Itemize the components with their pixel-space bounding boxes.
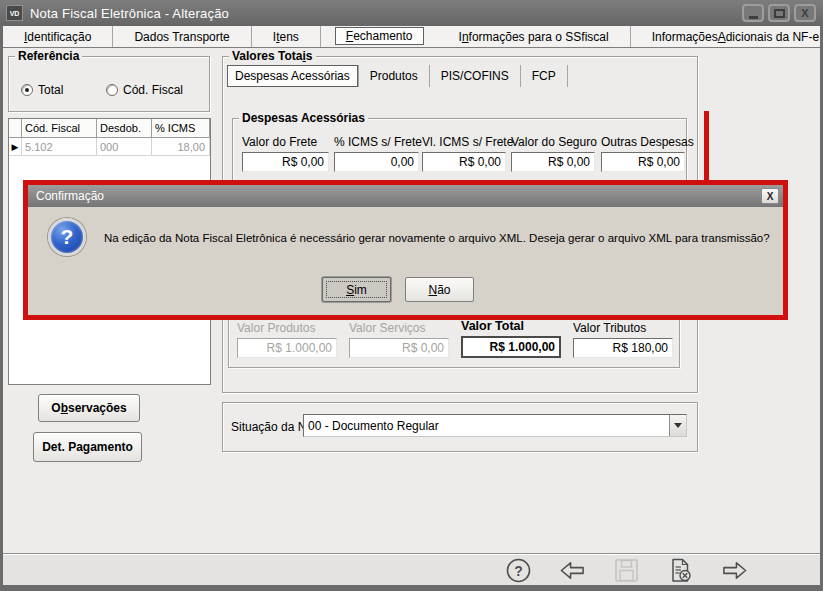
dialog-title: Confirmação xyxy=(36,189,104,203)
sim-button[interactable]: Sim xyxy=(322,277,391,302)
field-vl-icms-frete-label: Vl. ICMS s/ Frete xyxy=(422,135,506,149)
valores-subtabs: Despesas Acessórias Produtos PIS/COFINS … xyxy=(227,64,568,88)
field-valor-seguro-input[interactable]: R$ 0,00 xyxy=(511,152,595,172)
row-indicator-icon: ▶ xyxy=(9,138,22,156)
field-pct-icms-frete-label: % ICMS s/ Frete xyxy=(334,135,419,149)
field-valor-frete: Valor do Frete R$ 0,00 xyxy=(242,135,329,172)
save-icon xyxy=(613,557,640,584)
field-outras-despesas-input[interactable]: R$ 0,00 xyxy=(601,152,685,172)
field-valor-tributos: Valor Tributos R$ 180,00 xyxy=(573,321,673,358)
subtab-despesas-acessorias[interactable]: Despesas Acessórias xyxy=(227,65,358,87)
subtab-produtos[interactable]: Produtos xyxy=(359,69,429,83)
radio-total[interactable]: Total xyxy=(21,83,63,97)
field-valor-tributos-label: Valor Tributos xyxy=(573,321,673,335)
cancel-document-icon xyxy=(667,557,694,584)
observacoes-button[interactable]: Observações xyxy=(38,394,140,422)
tab-informacoes-adicionais[interactable]: Informações Adicionais da NF-e xyxy=(631,26,823,47)
annotation-red-line xyxy=(704,111,709,185)
field-valor-total-input: R$ 1.000,00 xyxy=(461,336,561,358)
cell-desdob: 000 xyxy=(97,138,152,156)
confirmation-dialog: Confirmação X ? Na edição da Nota Fiscal… xyxy=(23,180,788,320)
groupbox-referencia-title: Referência xyxy=(15,49,82,63)
field-valor-frete-label: Valor do Frete xyxy=(242,135,329,149)
close-button[interactable]: X xyxy=(794,4,816,22)
bottom-toolbar: ? xyxy=(3,553,820,585)
cell-icms: 18,00 xyxy=(152,138,210,156)
dialog-message: Na edição da Nota Fiscal Eletrônica é ne… xyxy=(104,232,770,244)
close-icon: X xyxy=(801,7,808,19)
previous-icon xyxy=(559,557,586,584)
grid-header-icms: % ICMS xyxy=(152,119,210,138)
field-valor-total-label: Valor Total xyxy=(461,319,561,333)
field-valor-frete-input[interactable]: R$ 0,00 xyxy=(242,152,329,172)
table-row[interactable]: ▶ 5.102 000 18,00 xyxy=(9,138,210,156)
subtab-separator xyxy=(567,65,568,87)
app-logo-icon: VD xyxy=(6,5,23,21)
next-button[interactable] xyxy=(721,557,748,584)
field-valor-produtos-input: R$ 1.000,00 xyxy=(237,338,337,358)
app-window: VD Nota Fiscal Eletrônica - Alteração X … xyxy=(0,0,823,591)
tab-informacoes-ssfiscal[interactable]: Informações para o SSfiscal xyxy=(438,26,631,47)
radio-cod-fiscal-icon xyxy=(106,84,118,96)
subtab-fcp[interactable]: FCP xyxy=(521,69,567,83)
minimize-icon xyxy=(749,16,758,19)
groupbox-despesas-title: Despesas Acessórias xyxy=(239,111,368,125)
field-valor-produtos-label: Valor Produtos xyxy=(237,321,337,335)
situacao-combobox-button[interactable] xyxy=(669,415,686,436)
radio-total-icon xyxy=(21,84,33,96)
help-icon: ? xyxy=(505,557,532,584)
radio-total-label: Total xyxy=(38,83,63,97)
minimize-button[interactable] xyxy=(742,4,764,22)
main-tabbar: Identificação Dados Transporte Itens Fec… xyxy=(3,26,820,48)
situacao-combobox[interactable]: 00 - Documento Regular xyxy=(303,414,687,437)
tab-fechamento[interactable]: Fechamento xyxy=(335,27,424,45)
grid-header-row: Cód. Fiscal Desdob. % ICMS xyxy=(9,119,210,138)
tab-identificacao[interactable]: Identificação xyxy=(3,26,113,47)
radio-cod-fiscal-label: Cód. Fiscal xyxy=(123,83,183,97)
groupbox-situacao: Situação da NF: 00 - Documento Regular xyxy=(222,402,698,452)
help-button[interactable]: ? xyxy=(505,557,532,584)
situacao-combobox-value: 00 - Documento Regular xyxy=(304,415,669,436)
maximize-button[interactable] xyxy=(768,4,790,22)
field-pct-icms-frete-input[interactable]: 0,00 xyxy=(334,152,419,172)
dialog-titlebar: Confirmação X xyxy=(28,185,783,207)
subtab-pis-cofins[interactable]: PIS/COFINS xyxy=(430,69,520,83)
dialog-close-icon: X xyxy=(767,191,774,202)
dialog-body: ? Na edição da Nota Fiscal Eletrônica é … xyxy=(28,207,783,310)
field-valor-seguro: Valor do Seguro R$ 0,00 xyxy=(511,135,595,172)
nao-button[interactable]: Não xyxy=(405,277,474,302)
field-pct-icms-frete: % ICMS s/ Frete 0,00 xyxy=(334,135,419,172)
window-border-left xyxy=(0,26,3,585)
field-valor-total: Valor Total R$ 1.000,00 xyxy=(461,319,561,358)
grid-header-cod-fiscal: Cód. Fiscal xyxy=(22,119,97,138)
field-valor-tributos-input[interactable]: R$ 180,00 xyxy=(573,338,673,358)
window-title: Nota Fiscal Eletrônica - Alteração xyxy=(30,6,742,21)
next-icon xyxy=(721,557,748,584)
field-valor-servicos-label: Valor Serviços xyxy=(349,321,449,335)
tab-dados-transporte[interactable]: Dados Transporte xyxy=(113,26,251,47)
tab-itens[interactable]: Itens xyxy=(252,26,321,47)
groupbox-valores-totais-title: Valores Totais xyxy=(229,49,316,63)
radio-cod-fiscal[interactable]: Cód. Fiscal xyxy=(106,83,183,97)
chevron-down-icon xyxy=(674,423,682,428)
field-valor-seguro-label: Valor do Seguro xyxy=(511,135,595,149)
field-valor-produtos: Valor Produtos R$ 1.000,00 xyxy=(237,321,337,358)
save-button xyxy=(613,557,640,584)
svg-text:?: ? xyxy=(514,562,523,578)
det-pagamento-button[interactable]: Det. Pagamento xyxy=(33,432,142,462)
field-outras-despesas: Outras Despesas R$ 0,00 xyxy=(601,135,685,172)
field-outras-despesas-label: Outras Despesas xyxy=(601,135,685,149)
titlebar: VD Nota Fiscal Eletrônica - Alteração X xyxy=(0,0,823,26)
cancel-nfe-button[interactable] xyxy=(667,557,694,584)
previous-button[interactable] xyxy=(559,557,586,584)
grid-header-indicator xyxy=(9,119,22,138)
grid-header-desdob: Desdob. xyxy=(97,119,152,138)
question-icon: ? xyxy=(48,218,86,256)
field-vl-icms-frete: Vl. ICMS s/ Frete R$ 0,00 xyxy=(422,135,506,172)
field-vl-icms-frete-input[interactable]: R$ 0,00 xyxy=(422,152,506,172)
window-border-bottom xyxy=(0,585,823,591)
dialog-close-button[interactable]: X xyxy=(761,188,779,204)
field-valor-servicos-input: R$ 0,00 xyxy=(349,338,449,358)
cell-cod-fiscal: 5.102 xyxy=(22,138,97,156)
maximize-icon xyxy=(774,9,785,18)
